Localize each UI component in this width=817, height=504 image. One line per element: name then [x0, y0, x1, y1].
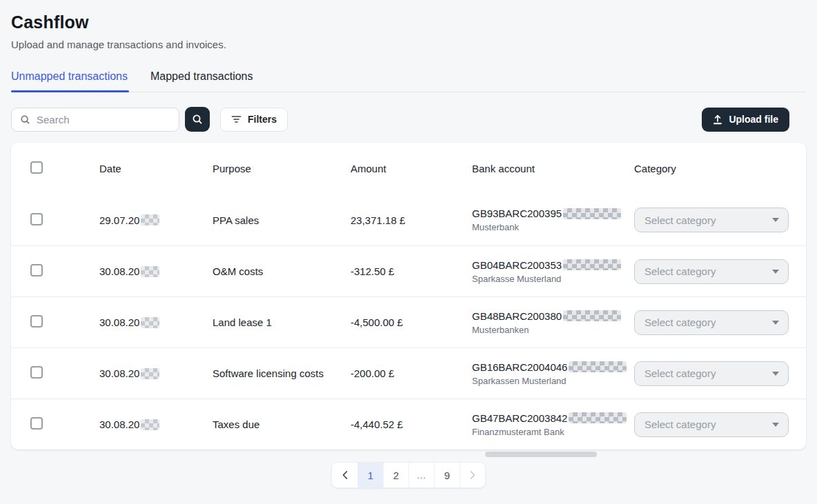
category-select[interactable]: Select category [634, 259, 789, 284]
category-select-placeholder: Select category [644, 214, 716, 226]
table-header-row: Date Purpose Amount Bank account Categor… [11, 143, 806, 194]
column-header-bank-account: Bank account [472, 163, 634, 174]
date-cell: 30.08.20 [99, 419, 213, 430]
column-header-purpose: Purpose [213, 163, 351, 174]
category-select[interactable]: Select category [634, 412, 789, 437]
search-button[interactable] [185, 107, 210, 132]
table-row: 30.08.20 O&M costs -312.50 £ GB04BARC200… [11, 245, 806, 296]
select-all-checkbox[interactable] [30, 161, 43, 174]
chevron-down-caret-icon [772, 321, 779, 325]
toolbar: Filters Upload file [11, 107, 806, 132]
purpose-value: O&M costs [213, 265, 351, 277]
search-input[interactable] [37, 114, 172, 125]
search-icon [20, 114, 30, 125]
purpose-value: Software licensing costs [213, 367, 351, 379]
redacted-year-pixelation [141, 368, 159, 379]
date-cell: 29.07.20 [99, 214, 213, 226]
table-row: 30.08.20 Taxes due -4,440.52 £ GB47BARC2… [11, 399, 806, 450]
pagination-ellipsis: ... [408, 463, 434, 487]
category-cell: Select category [634, 361, 789, 386]
redacted-year-pixelation [141, 266, 159, 277]
bank-name: Musterbank [472, 222, 634, 232]
transactions-table-card: Date Purpose Amount Bank account Categor… [11, 143, 806, 450]
chevron-down-caret-icon [772, 423, 779, 427]
filters-button[interactable]: Filters [220, 108, 288, 132]
bank-account-cell: GB04BARC200353 Sparkasse Musterland [472, 259, 634, 284]
bank-account-cell: GB16BARC2004046 Sparkassen Musterland [472, 361, 634, 386]
column-header-amount: Amount [351, 163, 472, 174]
amount-value: -4,500.00 £ [351, 316, 472, 328]
category-select-placeholder: Select category [644, 419, 716, 430]
purpose-value: PPA sales [213, 214, 351, 226]
redacted-iban-pixelation [569, 361, 627, 372]
category-select-placeholder: Select category [644, 367, 716, 379]
category-select[interactable]: Select category [634, 310, 789, 335]
search-box [11, 108, 179, 132]
bank-name: Sparkasse Musterland [472, 274, 634, 284]
horizontal-scrollbar-thumb[interactable] [485, 452, 597, 457]
iban-value: GB48BARC200380 [472, 310, 562, 322]
row-checkbox[interactable] [30, 315, 43, 327]
category-select[interactable]: Select category [634, 208, 789, 232]
date-value: 30.08.20 [99, 265, 139, 277]
table-row: 30.08.20 Software licensing costs -200.0… [11, 347, 806, 399]
chevron-down-caret-icon [772, 218, 779, 222]
column-header-category: Category [634, 163, 789, 174]
column-header-date: Date [99, 163, 213, 174]
amount-value: -200.00 £ [351, 367, 472, 379]
category-select[interactable]: Select category [634, 361, 789, 386]
redacted-year-pixelation [141, 419, 159, 430]
bank-name: Musterbanken [472, 325, 634, 335]
bank-name: Sparkassen Musterland [472, 376, 634, 386]
redacted-iban-pixelation [563, 208, 621, 219]
table-row: 30.08.20 Land lease 1 -4,500.00 £ GB48BA… [11, 296, 806, 347]
cashflow-page: Cashflow Upload and manage transactions … [0, 0, 817, 488]
table-row: 29.07.20 PPA sales 23,371.18 £ GB93BARC2… [11, 194, 806, 245]
chevron-down-caret-icon [772, 372, 779, 376]
pagination: 1 2 ... 9 [331, 462, 486, 488]
pagination-page-9[interactable]: 9 [434, 463, 460, 487]
purpose-value: Taxes due [213, 419, 351, 430]
chevron-left-icon [342, 471, 348, 479]
category-cell: Select category [634, 412, 789, 437]
date-value: 30.08.20 [99, 316, 139, 328]
date-value: 29.07.20 [99, 214, 139, 226]
category-cell: Select category [634, 310, 789, 335]
date-value: 30.08.20 [99, 419, 139, 430]
amount-value: -4,440.52 £ [351, 419, 472, 430]
pagination-page-2[interactable]: 2 [383, 463, 408, 487]
row-checkbox[interactable] [30, 264, 43, 276]
bank-account-cell: GB93BARC200395 Musterbank [472, 208, 634, 232]
redacted-iban-pixelation [563, 259, 621, 270]
bank-name: Finanzmusteramt Bank [472, 427, 634, 437]
category-select-placeholder: Select category [644, 265, 716, 277]
redacted-year-pixelation [141, 214, 159, 225]
category-select-placeholder: Select category [644, 316, 716, 328]
date-cell: 30.08.20 [99, 265, 213, 277]
row-checkbox[interactable] [30, 213, 43, 225]
upload-file-button[interactable]: Upload file [702, 108, 789, 132]
category-cell: Select category [634, 259, 789, 284]
iban-value: GB16BARC2004046 [472, 361, 567, 373]
iban-value: GB93BARC200395 [472, 208, 562, 219]
upload-file-button-label: Upload file [729, 114, 778, 125]
category-cell: Select category [634, 208, 789, 232]
date-cell: 30.08.20 [99, 316, 213, 328]
date-value: 30.08.20 [99, 367, 139, 379]
redacted-iban-pixelation [569, 412, 627, 423]
redacted-year-pixelation [141, 317, 159, 328]
pagination-page-1[interactable]: 1 [357, 463, 383, 487]
filters-button-label: Filters [248, 114, 277, 125]
tab-unmapped-transactions[interactable]: Unmapped transactions [11, 70, 129, 92]
bank-account-cell: GB48BARC200380 Musterbanken [472, 310, 634, 335]
purpose-value: Land lease 1 [213, 316, 351, 328]
row-checkbox[interactable] [30, 417, 43, 430]
upload-arrow-icon [713, 114, 722, 125]
pagination-prev-button[interactable] [332, 463, 357, 487]
redacted-iban-pixelation [563, 310, 621, 321]
tab-mapped-transactions[interactable]: Mapped transactions [149, 70, 255, 92]
row-checkbox[interactable] [30, 366, 43, 379]
pagination-next-button[interactable] [460, 463, 485, 487]
amount-value: 23,371.18 £ [351, 214, 472, 226]
magnifier-icon [192, 114, 203, 125]
